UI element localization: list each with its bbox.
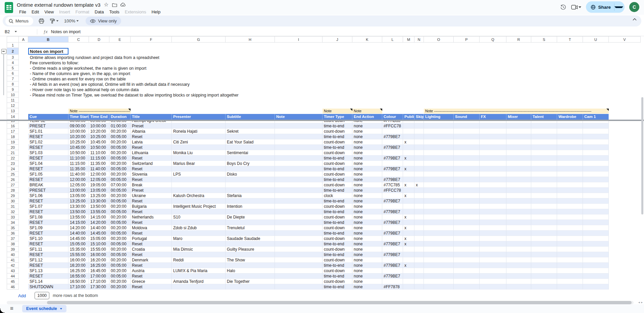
- note-text-row-5[interactable]: - Ontime reads a single worksheet, the n…: [30, 66, 146, 71]
- grid-cell-D15[interactable]: 09:00:00: [89, 121, 109, 123]
- grid-cell-E30[interactable]: 00:05:00: [109, 198, 131, 204]
- grid-cell-F46[interactable]: Reset: [131, 284, 172, 290]
- grid-cell-M34[interactable]: [403, 220, 414, 225]
- sheet-tab-event-schedule[interactable]: Event schedule: [22, 305, 66, 312]
- table-header-end-action[interactable]: End Action: [352, 114, 382, 120]
- grid-cell-M26[interactable]: [403, 177, 414, 182]
- grid-cell-L25[interactable]: [382, 172, 403, 177]
- grid-cell-T34[interactable]: [557, 220, 583, 225]
- table-header-presenter[interactable]: Presenter: [172, 114, 226, 120]
- grid-cell-F33[interactable]: Netherlands: [131, 214, 172, 220]
- grid-cell-M20[interactable]: [403, 145, 414, 150]
- grid-cell-B16[interactable]: PRESET: [28, 123, 68, 129]
- table-header-subtitle[interactable]: Subtitle: [226, 114, 275, 120]
- grid-cell-E40[interactable]: 00:05:00: [109, 252, 131, 257]
- grid-cell-I34[interactable]: [275, 220, 323, 225]
- grid-cell-N22[interactable]: [414, 155, 424, 161]
- grid-cell-H25[interactable]: Disko: [226, 172, 275, 177]
- grid-cell-K19[interactable]: none: [352, 139, 382, 145]
- grid-cell-E29[interactable]: 00:20:00: [109, 193, 131, 198]
- grid-cell-F16[interactable]: Preset: [131, 123, 172, 129]
- grid-cell-I22[interactable]: [275, 155, 323, 161]
- grid-cell-N19[interactable]: [414, 139, 424, 145]
- grid-cell-F24[interactable]: Reset: [131, 166, 172, 172]
- grid-cell-P46[interactable]: [454, 284, 480, 290]
- row-header-19[interactable]: 19: [7, 139, 19, 145]
- table-header-skip[interactable]: Skip: [414, 114, 424, 120]
- table-header-duration[interactable]: Duration: [109, 114, 131, 120]
- grid-cell-B32[interactable]: RESET: [28, 209, 68, 214]
- grid-cell-O17[interactable]: [424, 129, 454, 134]
- row-header-41[interactable]: 41: [7, 257, 19, 263]
- grid-cell-F27[interactable]: Break: [131, 182, 172, 188]
- grid-cell-U42[interactable]: [583, 263, 609, 268]
- grid-cell-G17[interactable]: Ronela Hajati: [172, 129, 226, 134]
- grid-cell-D37[interactable]: 15:05:00: [89, 236, 109, 241]
- grid-cell-P37[interactable]: [454, 236, 480, 241]
- grid-cell-U28[interactable]: [583, 188, 609, 193]
- grid-cell-B41[interactable]: SF1.12: [28, 257, 68, 263]
- grid-cell-N43[interactable]: [414, 268, 424, 273]
- grid-cell-J46[interactable]: time-to-end: [323, 284, 352, 290]
- column-header-G[interactable]: G: [172, 36, 226, 43]
- grid-cell-I17[interactable]: [275, 129, 323, 134]
- grid-cell-P41[interactable]: [454, 257, 480, 263]
- grid-cell-C29[interactable]: 13:05:00: [68, 193, 89, 198]
- grid-cell-M21[interactable]: [403, 150, 414, 155]
- grid-cell-D22[interactable]: 11:15:00: [89, 155, 109, 161]
- grid-cell-L16[interactable]: #FFCC78: [382, 123, 403, 129]
- grid-cell-Q17[interactable]: [480, 129, 506, 134]
- grid-cell-Q35[interactable]: [480, 225, 506, 231]
- note-text-row-4[interactable]: Few conventions to follow:: [30, 60, 79, 66]
- grid-cell-U46[interactable]: [583, 284, 609, 290]
- grid-cell-H32[interactable]: [226, 209, 275, 214]
- grid-cell-L20[interactable]: #779BE7: [382, 145, 403, 150]
- grid-cell-R22[interactable]: [506, 155, 531, 161]
- row-header-2[interactable]: 2: [7, 48, 19, 55]
- grid-cell-U19[interactable]: [583, 139, 609, 145]
- grid-cell-K42[interactable]: none: [352, 263, 382, 268]
- grid-cell-I36[interactable]: [275, 231, 323, 236]
- grid-cell-D36[interactable]: 14:45:00: [89, 231, 109, 236]
- grid-cell-M18[interactable]: [403, 134, 414, 139]
- grid-cell-C27[interactable]: 12:05:00: [68, 182, 89, 188]
- grid-cell-N26[interactable]: [414, 177, 424, 182]
- grid-cell-C19[interactable]: 10:25:00: [68, 139, 89, 145]
- grid-cell-F44[interactable]: Reset: [131, 273, 172, 279]
- grid-cell-N36[interactable]: [414, 231, 424, 236]
- grid-cell-Q34[interactable]: [480, 220, 506, 225]
- grid-cell-T45[interactable]: [557, 279, 583, 284]
- grid-cell-U35[interactable]: [583, 225, 609, 231]
- grid-cell-N30[interactable]: [414, 198, 424, 204]
- menu-view[interactable]: View: [42, 9, 56, 15]
- grid-cell-N17[interactable]: [414, 129, 424, 134]
- grid-cell-T39[interactable]: [557, 247, 583, 252]
- grid-cell-C22[interactable]: 11:10:00: [68, 155, 89, 161]
- row-header-1[interactable]: 1: [7, 43, 19, 48]
- grid-cell-B45[interactable]: SF1.14: [28, 279, 68, 284]
- grid-cell-U40[interactable]: [583, 252, 609, 257]
- grid-cell-T21[interactable]: [557, 150, 583, 155]
- all-sheets-menu-icon[interactable]: ≡: [10, 307, 13, 310]
- grid-cell-F20[interactable]: Reset: [131, 145, 172, 150]
- grid-cell-C35[interactable]: 14:20:00: [68, 225, 89, 231]
- grid-cell-M27[interactable]: x: [403, 182, 414, 188]
- grid-cell-K27[interactable]: none: [352, 182, 382, 188]
- grid-cell-D20[interactable]: 10:50:00: [89, 145, 109, 150]
- grid-cell-I37[interactable]: [275, 236, 323, 241]
- grid-cell-K26[interactable]: none: [352, 177, 382, 182]
- grid-cell-S46[interactable]: [531, 284, 557, 290]
- grid-cell-M41[interactable]: [403, 257, 414, 263]
- grid-cell-T25[interactable]: [557, 172, 583, 177]
- table-header-sound[interactable]: Sound: [454, 114, 480, 120]
- grid-cell-H35[interactable]: Trenuletul: [226, 225, 275, 231]
- grid-cell-P19[interactable]: [454, 139, 480, 145]
- grid-cell-G33[interactable]: S10: [172, 214, 226, 220]
- grid-cell-O16[interactable]: [424, 123, 454, 129]
- grid-cell-B19[interactable]: SF1.02: [28, 139, 68, 145]
- grid-cell-H23[interactable]: Boys Do Cry: [226, 161, 275, 166]
- row-header-15[interactable]: 15: [7, 121, 19, 123]
- grid-cell-J23[interactable]: count-down: [323, 161, 352, 166]
- grid-cell-G30[interactable]: [172, 198, 226, 204]
- grid-cell-D41[interactable]: 16:20:00: [89, 257, 109, 263]
